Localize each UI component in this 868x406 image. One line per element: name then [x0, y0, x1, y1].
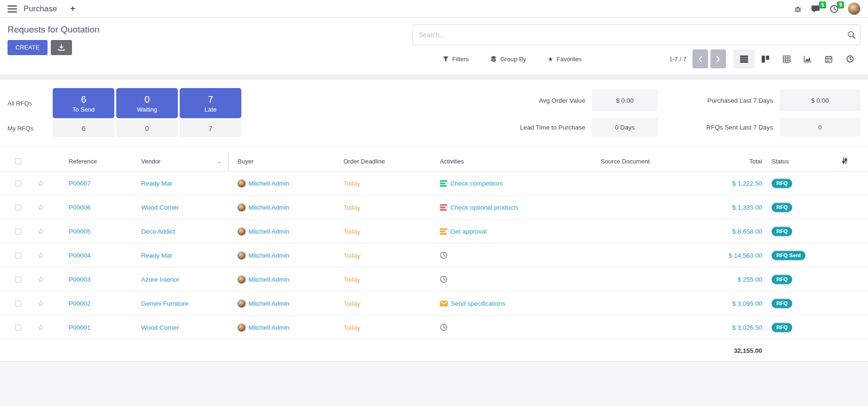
vendor-link[interactable]: Ready Mat: [141, 180, 172, 187]
vendor-link[interactable]: Deco Addict: [141, 228, 175, 235]
activity-link[interactable]: Get approval: [450, 228, 486, 235]
header-order-deadline[interactable]: Order Deadline: [334, 152, 431, 171]
table-row[interactable]: ☆ P00002 Gemini Furniture Mitchell Admin…: [0, 292, 868, 316]
favorite-star-icon[interactable]: ☆: [37, 203, 44, 211]
buyer-link[interactable]: Mitchell Admin: [248, 228, 289, 235]
view-activity-icon[interactable]: [839, 49, 860, 68]
reference-link[interactable]: P00004: [69, 252, 91, 259]
vendor-link[interactable]: Ready Mat: [141, 252, 172, 259]
row-checkbox[interactable]: [15, 276, 21, 283]
app-name[interactable]: Purchase: [24, 4, 57, 13]
pager-range[interactable]: 1-7 / 7: [669, 56, 686, 63]
create-button[interactable]: CREATE: [8, 40, 48, 55]
row-checkbox[interactable]: [15, 228, 21, 235]
footer-total: 32,155.00: [703, 347, 765, 354]
activity-icon[interactable]: [440, 252, 447, 259]
table-row[interactable]: ☆ P00007 Ready Mat Mitchell Admin Today …: [0, 171, 868, 195]
table-row[interactable]: ☆ P00005 Deco Addict Mitchell Admin Toda…: [0, 219, 868, 244]
buyer-link[interactable]: Mitchell Admin: [248, 300, 289, 307]
reference-link[interactable]: P00001: [69, 324, 91, 331]
purchase-dashboard: All RFQs 6To Send0Waiting7Late My RFQs 6…: [0, 80, 868, 147]
favorite-star-icon[interactable]: ☆: [37, 276, 44, 284]
kpi-card-waiting[interactable]: 0Waiting: [116, 88, 178, 118]
activity-link[interactable]: Check competitors: [450, 180, 503, 187]
row-checkbox[interactable]: [15, 204, 21, 211]
kpi-my-late[interactable]: 7: [180, 120, 241, 137]
view-pivot-icon[interactable]: [776, 49, 797, 68]
user-avatar[interactable]: [848, 2, 860, 15]
table-row[interactable]: ☆ P00004 Ready Mat Mitchell Admin Today …: [0, 244, 868, 268]
kpi-my-to-send[interactable]: 6: [53, 120, 114, 137]
kpi-card-to-send[interactable]: 6To Send: [53, 88, 114, 118]
new-tab-button[interactable]: +: [70, 4, 75, 14]
vendor-link[interactable]: Wood Corner: [141, 324, 179, 331]
export-button[interactable]: [51, 40, 72, 55]
buyer-link[interactable]: Mitchell Admin: [248, 180, 289, 187]
activities-clock-icon[interactable]: 9: [830, 5, 838, 13]
row-checkbox[interactable]: [15, 252, 21, 259]
group-by-button[interactable]: Group By: [490, 56, 526, 63]
header-vendor[interactable]: Vendor ⌄: [133, 152, 229, 171]
favorite-star-icon[interactable]: ☆: [37, 324, 44, 332]
view-list-icon[interactable]: [733, 49, 755, 68]
activity-link[interactable]: Check optional products: [450, 204, 518, 211]
pager-previous-button[interactable]: [693, 49, 708, 68]
reference-link[interactable]: P00007: [69, 180, 91, 187]
header-total[interactable]: Total: [703, 152, 765, 171]
header-activities[interactable]: Activities: [431, 152, 548, 171]
activity-icon[interactable]: [440, 204, 447, 211]
reference-link[interactable]: P00005: [69, 228, 91, 235]
view-graph-icon[interactable]: [797, 49, 818, 68]
vendor-link[interactable]: Wood Corner: [141, 204, 179, 211]
search-input[interactable]: [413, 24, 860, 45]
search-icon[interactable]: [847, 31, 856, 41]
activity-icon[interactable]: [440, 276, 447, 283]
activity-icon[interactable]: [440, 228, 447, 235]
header-source-document[interactable]: Source Document: [548, 152, 703, 171]
row-total: $ 8,658.00: [732, 228, 762, 235]
row-checkbox[interactable]: [15, 325, 21, 331]
activity-link[interactable]: Send specifications: [451, 300, 505, 307]
filters-button[interactable]: Filters: [443, 56, 469, 63]
table-row[interactable]: ☆ P00006 Wood Corner Mitchell Admin Toda…: [0, 195, 868, 219]
main-content: All RFQs 6To Send0Waiting7Late My RFQs 6…: [0, 80, 868, 362]
row-total: $ 3,095.00: [732, 300, 762, 307]
header-buyer[interactable]: Buyer: [229, 152, 334, 171]
favorite-star-icon[interactable]: ☆: [37, 227, 44, 235]
buyer-link[interactable]: Mitchell Admin: [248, 324, 289, 331]
buyer-link[interactable]: Mitchell Admin: [248, 204, 289, 211]
buyer-link[interactable]: Mitchell Admin: [248, 276, 289, 283]
header-status[interactable]: Status: [765, 152, 821, 171]
page-title: Requests for Quotation: [8, 24, 99, 35]
row-checkbox[interactable]: [15, 180, 21, 187]
view-kanban-icon[interactable]: [755, 49, 776, 68]
header-reference[interactable]: Reference: [53, 152, 133, 171]
vendor-link[interactable]: Azure Interior: [141, 276, 179, 283]
pager-next-button[interactable]: [710, 49, 726, 68]
activity-icon[interactable]: [440, 300, 448, 307]
messages-icon[interactable]: 5: [811, 5, 820, 13]
favorite-star-icon[interactable]: ☆: [37, 179, 44, 187]
activity-icon[interactable]: [440, 324, 447, 331]
control-panel: Requests for Quotation CREATE Filters: [0, 18, 868, 74]
apps-menu-icon[interactable]: [8, 5, 17, 13]
vendor-link[interactable]: Gemini Furniture: [141, 300, 189, 307]
stat-label: Lead Time to Purchase: [503, 124, 585, 131]
kpi-my-waiting[interactable]: 0: [116, 120, 178, 137]
optional-columns-icon[interactable]: [841, 157, 848, 166]
table-row[interactable]: ☆ P00001 Wood Corner Mitchell Admin Toda…: [0, 316, 868, 340]
select-all-checkbox[interactable]: [15, 158, 21, 164]
debug-bug-icon[interactable]: [794, 5, 802, 13]
favorites-button[interactable]: ★ Favorites: [548, 56, 581, 63]
kpi-card-late[interactable]: 7Late: [180, 88, 241, 118]
buyer-link[interactable]: Mitchell Admin: [248, 252, 289, 259]
favorite-star-icon[interactable]: ☆: [37, 252, 44, 260]
favorite-star-icon[interactable]: ☆: [37, 300, 44, 308]
activity-icon[interactable]: [440, 180, 447, 187]
reference-link[interactable]: P00006: [69, 204, 91, 211]
reference-link[interactable]: P00003: [69, 276, 91, 283]
table-row[interactable]: ☆ P00003 Azure Interior Mitchell Admin T…: [0, 268, 868, 292]
reference-link[interactable]: P00002: [69, 300, 91, 307]
row-checkbox[interactable]: [15, 300, 21, 307]
view-calendar-icon[interactable]: [818, 49, 839, 68]
